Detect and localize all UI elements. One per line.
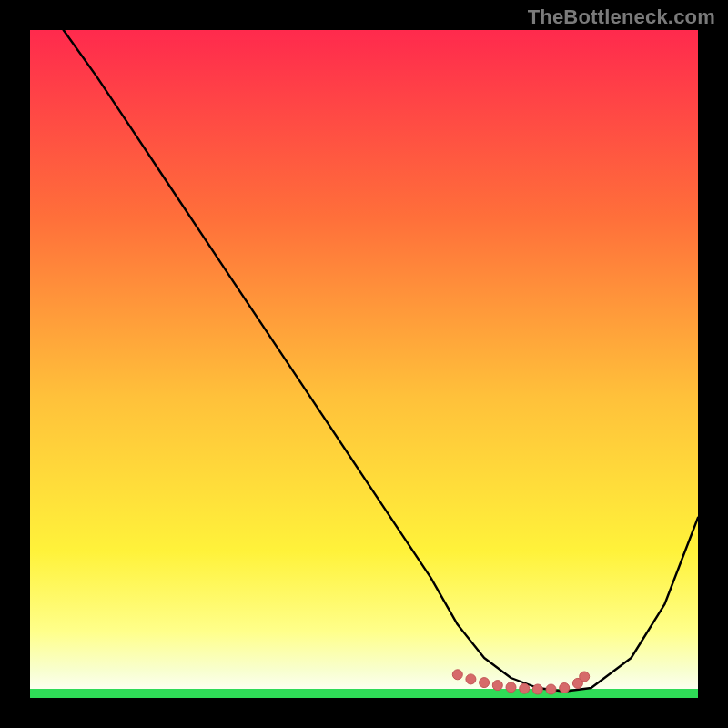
plot-area bbox=[30, 30, 698, 698]
optimal-marker bbox=[580, 672, 590, 682]
bottleneck-chart bbox=[0, 0, 728, 728]
gradient-background bbox=[30, 30, 698, 698]
optimal-marker bbox=[546, 684, 556, 694]
green-baseline bbox=[30, 689, 698, 698]
chart-frame: TheBottleneck.com bbox=[0, 0, 728, 728]
optimal-marker bbox=[506, 682, 516, 693]
optimal-marker bbox=[452, 670, 462, 680]
optimal-marker bbox=[480, 678, 490, 688]
watermark-text: TheBottleneck.com bbox=[528, 5, 715, 29]
optimal-marker bbox=[520, 683, 530, 693]
optimal-marker bbox=[466, 674, 476, 684]
optimal-marker bbox=[532, 684, 542, 694]
optimal-marker bbox=[492, 681, 502, 691]
optimal-marker bbox=[560, 683, 570, 693]
